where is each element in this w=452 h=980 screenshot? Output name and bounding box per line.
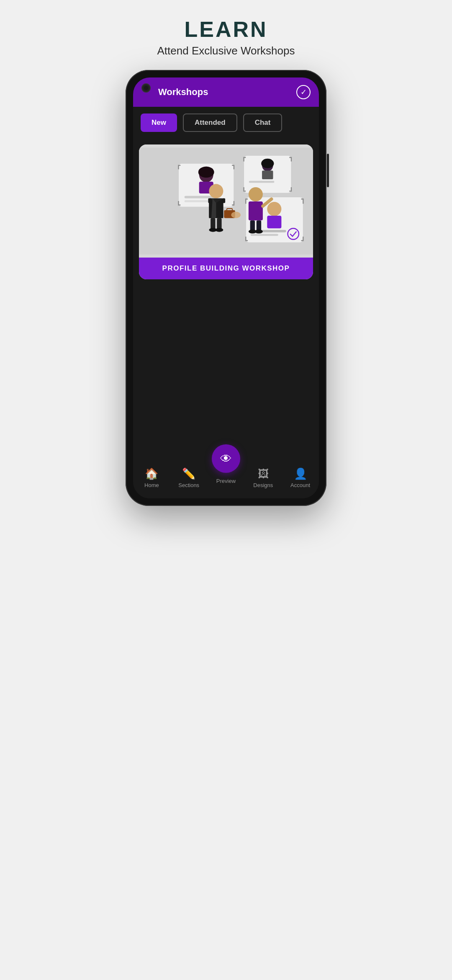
content-area — [133, 285, 319, 444]
check-icon[interactable]: ✓ — [296, 85, 311, 99]
preview-fab[interactable]: 👁 — [212, 444, 240, 473]
svg-rect-31 — [249, 201, 263, 220]
svg-rect-6 — [185, 200, 208, 202]
phone-screen: Workshops ✓ New Attended Chat — [133, 77, 319, 498]
workshop-label: PROFILE BUILDING WORKSHOP — [139, 258, 313, 279]
svg-point-13 — [267, 202, 281, 216]
nav-designs-label: Designs — [253, 482, 273, 488]
nav-sections-label: Sections — [178, 482, 199, 488]
svg-point-4 — [198, 167, 214, 178]
page-title: LEARN — [157, 17, 295, 42]
svg-rect-11 — [249, 181, 275, 183]
workshop-card[interactable]: PROFILE BUILDING WORKSHOP — [139, 144, 313, 279]
svg-rect-14 — [267, 216, 281, 228]
svg-rect-22 — [208, 198, 211, 203]
image-icon: 🖼 — [258, 467, 269, 480]
nav-home-label: Home — [144, 482, 159, 488]
side-button — [327, 154, 329, 187]
account-icon: 👤 — [294, 467, 307, 480]
tab-bar: New Attended Chat — [133, 107, 319, 139]
nav-preview-label: Preview — [216, 478, 236, 484]
svg-rect-23 — [222, 198, 226, 203]
svg-point-10 — [261, 159, 274, 168]
svg-point-37 — [231, 212, 241, 218]
svg-point-30 — [249, 187, 263, 201]
app-header: Workshops ✓ — [133, 77, 319, 107]
page-subtitle: Attend Exclusive Workshops — [157, 44, 295, 57]
edit-icon: ✏️ — [182, 467, 195, 480]
tab-chat[interactable]: Chat — [243, 113, 282, 132]
app-header-title: Workshops — [158, 87, 208, 98]
nav-home[interactable]: 🏠 Home — [133, 467, 170, 488]
nav-designs[interactable]: 🖼 Designs — [244, 467, 282, 488]
svg-point-18 — [209, 184, 223, 198]
nav-account-label: Account — [290, 482, 310, 488]
svg-rect-16 — [251, 234, 278, 236]
tab-new[interactable]: New — [141, 113, 177, 132]
svg-point-29 — [215, 228, 223, 232]
page-header: LEARN Attend Exclusive Workshops — [157, 17, 295, 57]
svg-point-35 — [255, 230, 263, 233]
camera-notch — [141, 83, 151, 93]
bottom-nav: 🏠 Home ✏️ Sections 👁 Preview 🖼 Designs 👤… — [133, 444, 319, 498]
nav-sections[interactable]: ✏️ Sections — [170, 467, 208, 488]
svg-rect-9 — [262, 170, 273, 179]
workshop-image — [139, 144, 313, 258]
phone-shell: Workshops ✓ New Attended Chat — [126, 70, 326, 506]
eye-icon: 👁 — [220, 452, 232, 466]
home-icon: 🏠 — [145, 467, 158, 480]
nav-preview[interactable]: 👁 Preview — [208, 444, 245, 484]
nav-account[interactable]: 👤 Account — [282, 467, 319, 488]
tab-attended[interactable]: Attended — [183, 113, 237, 132]
